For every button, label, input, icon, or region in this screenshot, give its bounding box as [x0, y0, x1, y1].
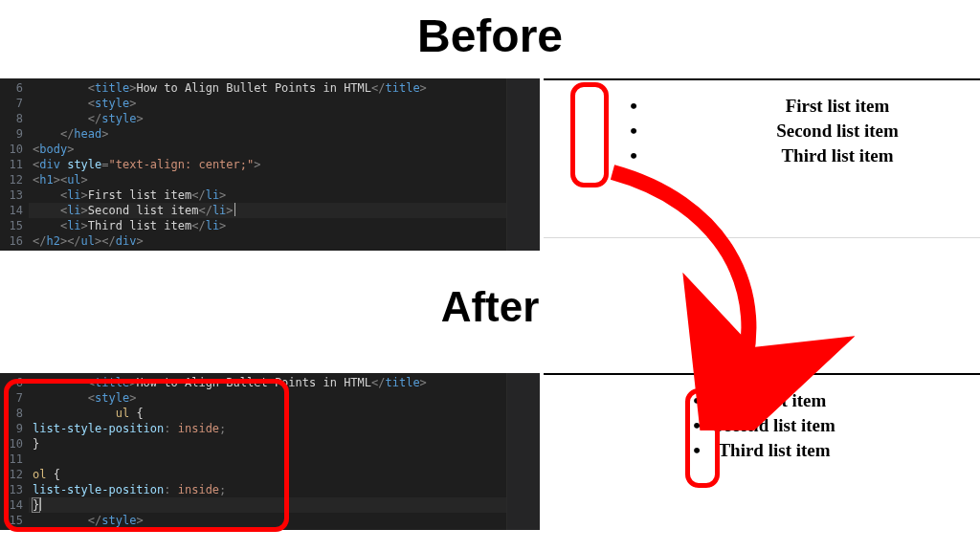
labels-column-before: First list item Second list item Third l… [776, 94, 899, 168]
heading-after: After [0, 283, 980, 331]
minimap [506, 78, 540, 251]
code-editor-before: 678910111213141516 <title>How to Align B… [0, 78, 540, 251]
bullet-icon [625, 143, 642, 168]
minimap [506, 373, 540, 530]
bullets-column-after [688, 388, 705, 463]
list-item: First list item [776, 94, 899, 119]
list-item: Third list item [776, 143, 899, 168]
bullet-icon [688, 413, 705, 438]
bullets-column-before [625, 94, 642, 168]
list-item: First list item [713, 388, 835, 413]
list-item: Second list item [713, 413, 835, 438]
rendered-output-after: First list item Second list item Third l… [544, 373, 980, 532]
heading-before: Before [0, 10, 980, 62]
bullet-icon [688, 388, 705, 413]
bullet-icon [688, 438, 705, 463]
bullet-icon [625, 119, 642, 143]
bullet-icon [625, 94, 642, 119]
code-editor-after: 6789101112131415 <title>How to Align Bul… [0, 373, 540, 530]
list-item: Third list item [713, 438, 835, 463]
labels-column-after: First list item Second list item Third l… [713, 388, 835, 463]
rendered-output-before: First list item Second list item Third l… [544, 78, 980, 253]
list-item: Second list item [776, 119, 899, 143]
